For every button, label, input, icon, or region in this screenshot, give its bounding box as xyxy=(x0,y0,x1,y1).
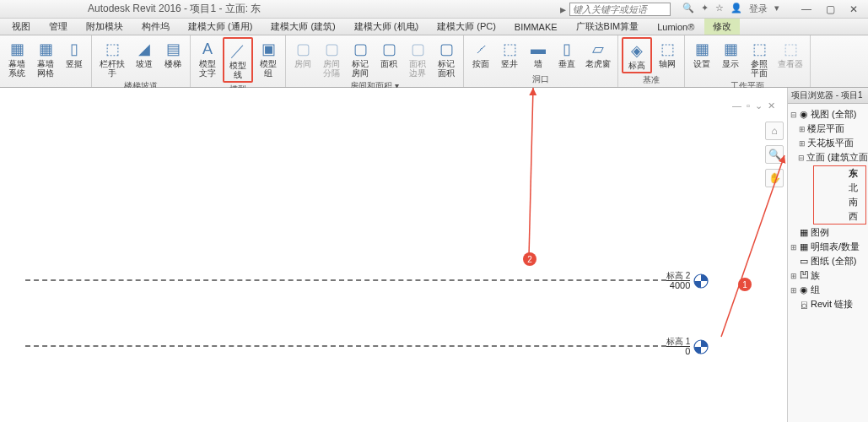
browser-header: 项目浏览器 - 项目1 xyxy=(788,88,868,104)
ribbon-item-label: 标记面积 xyxy=(438,59,455,78)
ribbon-item[interactable]: A模型文字 xyxy=(194,37,221,83)
browser-tree[interactable]: ⊟◉视图 (全部)⊞楼层平面⊞天花板平面⊟立面 (建筑立面东北南西▦图例⊞▦明细… xyxy=(788,104,868,315)
tree-node[interactable]: 南 xyxy=(814,195,865,209)
nav-pan-icon[interactable]: ✋ xyxy=(765,169,784,187)
ribbon-item-label: 垂直 xyxy=(558,59,575,68)
ribbon-item[interactable]: ▢面积边界 xyxy=(404,37,431,79)
ribbon-item[interactable]: ⟋按面 xyxy=(467,37,494,73)
ribbon-item[interactable]: ▢房间 xyxy=(289,37,316,79)
expand-icon[interactable]: ⊞ xyxy=(798,124,806,134)
tree-node[interactable]: ▭图纸 (全部) xyxy=(790,254,866,268)
tool-icon: ⬚ xyxy=(780,39,801,59)
level-marker[interactable]: 标高 24000 xyxy=(666,271,709,290)
tree-node[interactable]: ⊟◉视图 (全部) xyxy=(790,107,866,122)
view-controls: ⌂ 🔍 ✋ xyxy=(765,122,784,187)
tree-icon: 凹 xyxy=(799,271,809,281)
tree-label: 视图 (全部) xyxy=(811,108,856,121)
panel-close-icon[interactable]: ✕ xyxy=(768,100,775,111)
menu-tab[interactable]: 广联达BIM算量 xyxy=(568,19,648,35)
ribbon-item[interactable]: ▢标记房间 xyxy=(347,37,374,79)
tree-node[interactable]: ⌼Revit 链接 xyxy=(790,297,866,311)
expand-icon[interactable]: ⊞ xyxy=(790,285,797,295)
login-label[interactable]: 登录 xyxy=(749,3,768,15)
ribbon-item[interactable]: ▤楼梯 xyxy=(159,37,186,79)
tree-node[interactable]: ⊞楼层平面 xyxy=(790,122,866,136)
ribbon-item[interactable]: ◈标高 xyxy=(622,37,652,73)
dropdown-icon[interactable]: ▾ xyxy=(774,3,779,15)
ribbon-item[interactable]: ▬墙 xyxy=(525,37,552,73)
tree-node[interactable]: 东 xyxy=(814,166,865,181)
ribbon-item[interactable]: ⬚参照平面 xyxy=(746,37,773,79)
panel-drop-icon[interactable]: ⌄ xyxy=(755,100,763,111)
menu-tab[interactable]: 建模大师 (通用) xyxy=(180,19,261,35)
ribbon-item[interactable]: ▢标记面积 xyxy=(433,37,460,79)
tree-node[interactable]: ⊞◉组 xyxy=(790,283,866,297)
ribbon-item[interactable]: ▣模型组 xyxy=(255,37,282,83)
level-marker[interactable]: 标高 10 xyxy=(666,337,709,356)
ribbon-item[interactable]: ▦幕墙系统 xyxy=(3,37,30,84)
ribbon-item[interactable]: ⬚查看器 xyxy=(774,37,806,79)
tree-node[interactable]: ⊞▦明细表/数量 xyxy=(790,240,866,254)
ribbon: ▦幕墙系统▦幕墙网格▯竖挺⬚栏杆扶手◢坡道▤楼梯楼梯坡道A模型文字／模型线▣模型… xyxy=(0,35,868,88)
tool-icon: ⬚ xyxy=(499,39,520,59)
expand-icon[interactable]: ⊟ xyxy=(798,153,805,163)
ribbon-item-label: 墙 xyxy=(534,59,542,68)
expand-icon[interactable]: ⊞ xyxy=(790,242,797,252)
menu-tab[interactable]: Lumion® xyxy=(649,20,703,34)
ribbon-item[interactable]: ▢面积 xyxy=(375,37,402,79)
tree-node[interactable]: ⊟立面 (建筑立面 xyxy=(790,150,866,165)
ribbon-item[interactable]: ⬚竖井 xyxy=(496,37,523,73)
search-icon[interactable]: 🔍 xyxy=(682,3,694,15)
annotation-badge-1: 1 xyxy=(738,278,752,291)
tool-icon: ▯ xyxy=(557,39,577,59)
close-button[interactable]: ✕ xyxy=(843,2,865,17)
tree-node[interactable]: ▦图例 xyxy=(790,225,866,240)
ribbon-item[interactable]: ◢坡道 xyxy=(131,37,158,79)
restore-button[interactable]: ▢ xyxy=(819,2,841,17)
ribbon-item[interactable]: ▦设置 xyxy=(688,37,715,79)
menu-tab[interactable]: 构件坞 xyxy=(133,19,178,35)
ribbon-item[interactable]: ▦显示 xyxy=(717,37,744,79)
tree-label: 明细表/数量 xyxy=(811,241,860,253)
expand-icon[interactable]: ⊞ xyxy=(790,271,797,281)
ribbon-item[interactable]: ▯竖挺 xyxy=(61,37,88,84)
min-button[interactable]: — xyxy=(795,2,817,17)
ribbon-item[interactable]: ▢房间分隔 xyxy=(318,37,345,79)
ribbon-item-label: 房间分隔 xyxy=(323,59,340,78)
title-bar: Autodesk Revit 2016 - 项目1 - 立面: 东 ▸ 🔍 ✦ … xyxy=(0,0,868,19)
menu-tab[interactable]: 建模大师 (建筑) xyxy=(262,19,343,35)
ribbon-item[interactable]: ▯垂直 xyxy=(553,37,580,73)
menu-tab[interactable]: BIMMAKE xyxy=(506,20,566,34)
nav-zoom-icon[interactable]: 🔍 xyxy=(765,145,784,164)
help-icon[interactable]: ✦ xyxy=(701,3,709,15)
tree-node[interactable]: ⊞天花板平面 xyxy=(790,136,866,150)
nav-home-icon[interactable]: ⌂ xyxy=(765,122,784,140)
panel-min-icon[interactable]: — xyxy=(732,100,741,111)
panel-restore-icon[interactable]: ▫ xyxy=(747,100,750,111)
level-line[interactable] xyxy=(25,279,666,281)
user-icon[interactable]: 👤 xyxy=(731,3,742,15)
ribbon-item[interactable]: ▱老虎窗 xyxy=(582,37,614,73)
ribbon-item[interactable]: ▦幕墙网格 xyxy=(32,37,59,84)
tree-node[interactable]: ⊞凹族 xyxy=(790,268,866,283)
tree-node[interactable]: 西 xyxy=(814,209,865,224)
menu-tab[interactable]: 附加模块 xyxy=(78,19,132,35)
menu-tab[interactable]: 建模大师 (机电) xyxy=(346,19,427,35)
ribbon-item[interactable]: ⬚轴网 xyxy=(654,37,681,73)
tool-icon: ◢ xyxy=(134,39,154,59)
search-input[interactable] xyxy=(569,3,671,16)
level-line[interactable] xyxy=(25,345,666,347)
expand-icon[interactable]: ⊟ xyxy=(790,110,797,120)
tree-label: 图纸 (全部) xyxy=(811,255,856,268)
tool-icon: ⟋ xyxy=(471,39,491,59)
menu-tab[interactable]: 修改 xyxy=(704,19,740,35)
tree-node[interactable]: 北 xyxy=(814,181,865,195)
ribbon-item[interactable]: ／模型线 xyxy=(223,37,253,83)
expand-icon[interactable]: ⊞ xyxy=(798,138,806,149)
star-icon[interactable]: ☆ xyxy=(715,3,724,15)
canvas-area[interactable]: — ▫ ⌄ ✕ ⌂ 🔍 ✋ 标高 24000标高 10 2 1 xyxy=(0,88,868,422)
menu-tab[interactable]: 建模大师 (PC) xyxy=(429,19,504,35)
ribbon-item[interactable]: ⬚栏杆扶手 xyxy=(95,37,129,79)
menu-tab[interactable]: 管理 xyxy=(40,19,76,35)
menu-tab[interactable]: 视图 xyxy=(3,19,39,35)
